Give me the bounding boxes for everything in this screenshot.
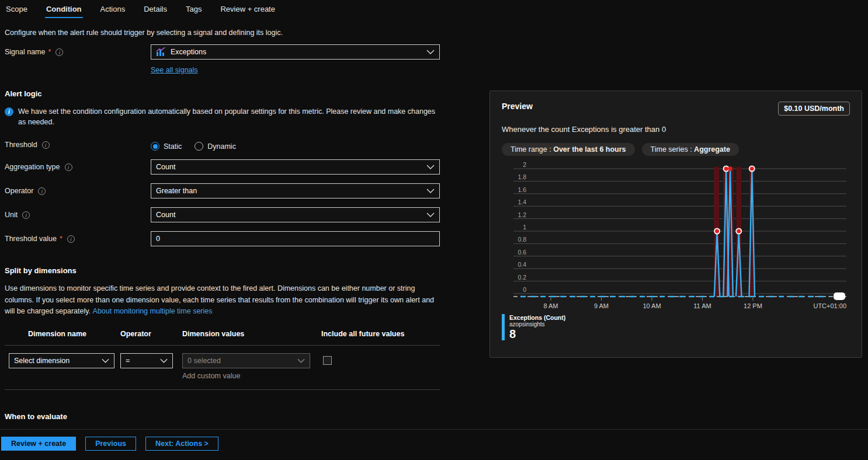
tab-condition[interactable]: Condition (45, 4, 83, 18)
metric-chart-svg: 21.81.61.41.210.80.60.40.208 AM9 AM10 AM… (502, 162, 851, 311)
footer-buttons: Review + create Previous Next: Actions > (1, 437, 218, 451)
alert-logic-heading: Alert logic (5, 89, 440, 98)
chart-chips: Time range : Over the last 6 hoursTime s… (502, 143, 850, 156)
operator-dropdown[interactable]: Greater than (151, 183, 440, 198)
y-tick-label: 1.4 (518, 198, 526, 205)
info-icon[interactable]: i (22, 211, 30, 219)
threshold-radio-static[interactable]: Static (151, 142, 182, 151)
column-header-dimension-values: Dimension values (182, 326, 321, 345)
preview-heading: Preview (502, 102, 533, 111)
y-tick-label: 1.8 (518, 173, 526, 180)
chevron-down-icon (426, 212, 435, 217)
unit-dropdown[interactable]: Count (151, 207, 440, 222)
split-by-dimensions-heading: Split by dimensions (5, 266, 440, 275)
threshold-radio-dynamic[interactable]: Dynamic (195, 142, 236, 151)
metric-signal-icon (156, 47, 166, 57)
radio-icon (195, 142, 203, 151)
aggregation-type-label: Aggregation type i (5, 159, 151, 171)
required-asterisk: * (60, 235, 63, 243)
radio-icon (151, 142, 159, 151)
chevron-down-icon (426, 189, 435, 193)
data-point-marker (728, 166, 732, 171)
previous-button[interactable]: Previous (85, 437, 136, 451)
radio-label: Dynamic (207, 142, 236, 151)
required-asterisk: * (48, 48, 51, 56)
info-icon[interactable]: i (42, 141, 50, 149)
aggregation-type-dropdown[interactable]: Count (151, 159, 440, 175)
chip-time-series-[interactable]: Time series : Aggregate (642, 143, 739, 156)
tab-actions[interactable]: Actions (99, 4, 127, 18)
legend-total-value: 8 (509, 327, 565, 340)
chevron-down-icon (160, 358, 168, 363)
tab-tags[interactable]: Tags (185, 4, 203, 18)
chevron-down-icon (426, 165, 435, 169)
chip-time-range-[interactable]: Time range : Over the last 6 hours (502, 143, 635, 156)
chevron-down-icon (297, 358, 305, 363)
x-tick-label: 10 AM (643, 302, 661, 309)
column-header-dimension-name: Dimension name (5, 326, 120, 345)
y-tick-label: 0.4 (518, 261, 526, 268)
dimension-operator-dropdown[interactable]: = (120, 353, 173, 368)
x-tick-label: 11 AM (693, 302, 711, 309)
signal-name-dropdown[interactable]: Exceptions (151, 44, 440, 60)
x-tick-label: 12 PM (744, 302, 762, 309)
dimension-table: Dimension nameOperatorDimension valuesIn… (5, 326, 440, 390)
condition-summary: Whenever the count Exceptions is greater… (502, 125, 850, 134)
time-scrub-handle[interactable] (834, 292, 845, 300)
tab-scope[interactable]: Scope (5, 4, 29, 18)
y-tick-label: 0.6 (518, 249, 526, 256)
condition-form: Signal name* i Exceptions (5, 44, 440, 421)
dimension-values-dropdown: 0 selected (182, 353, 310, 368)
see-all-signals-link[interactable]: See all signals (151, 66, 198, 74)
dimension-row: Select dimension = (5, 346, 440, 389)
y-tick-label: 0.8 (518, 236, 526, 243)
tab-details[interactable]: Details (143, 4, 168, 18)
timezone-label: UTC+01:00 (813, 302, 846, 309)
legend-series-name: Exceptions (Count) (509, 314, 565, 321)
review-create-button[interactable]: Review + create (1, 437, 76, 451)
divider (5, 389, 440, 390)
unit-label: Unit i (5, 207, 151, 219)
y-tick-label: 1.6 (518, 186, 526, 193)
signal-name-value: Exceptions (171, 48, 206, 56)
chevron-down-icon (102, 358, 109, 363)
tab-review-create[interactable]: Review + create (219, 4, 276, 18)
add-custom-value-label[interactable]: Add custom value (182, 372, 321, 380)
footer-divider (0, 429, 868, 430)
tab-strip: ScopeConditionActionsDetailsTagsReview +… (0, 0, 868, 18)
legend-color-bar (502, 314, 505, 340)
x-tick-label: 9 AM (594, 302, 609, 309)
next-actions-button[interactable]: Next: Actions > (145, 437, 218, 451)
threshold-label: Threshold i (5, 139, 151, 149)
data-point-marker (736, 229, 741, 234)
y-tick-label: 2 (523, 162, 526, 168)
info-icon[interactable]: i (55, 48, 63, 56)
dimension-table-header: Dimension nameOperatorDimension valuesIn… (5, 326, 440, 345)
info-note-text: We have set the condition configuration … (18, 106, 440, 127)
y-tick-label: 1.2 (518, 211, 526, 218)
signal-name-label: Signal name* i (5, 44, 151, 56)
page-description: Configure when the alert rule should tri… (0, 18, 868, 37)
data-point-marker (714, 229, 720, 234)
metric-chart: 21.81.61.41.210.80.60.40.208 AM9 AM10 AM… (502, 162, 850, 313)
info-icon[interactable]: i (67, 235, 75, 243)
threshold-value-input[interactable]: 0 (151, 231, 440, 246)
y-tick-label: 0 (523, 286, 526, 293)
radio-label: Static (164, 142, 182, 151)
info-icon[interactable]: i (65, 163, 72, 171)
dimension-name-dropdown[interactable]: Select dimension (9, 353, 114, 368)
y-tick-label: 0.2 (518, 274, 526, 281)
condition-page: ScopeConditionActionsDetailsTagsReview +… (0, 0, 868, 460)
data-point-marker (749, 166, 755, 172)
legend-resource-name: azopsinsights (509, 321, 565, 327)
threshold-radio-group: StaticDynamic (151, 139, 440, 151)
about-multiple-time-series-link[interactable]: About monitoring multiple time series (93, 306, 213, 317)
info-note: i We have set the condition configuratio… (5, 106, 440, 127)
split-description: Use dimensions to monitor specific time … (5, 283, 440, 317)
when-to-evaluate-heading: When to evaluate (5, 412, 440, 421)
include-future-values-checkbox[interactable] (323, 356, 332, 365)
chart-legend[interactable]: Exceptions (Count) azopsinsights 8 (502, 314, 850, 340)
operator-label: Operator i (5, 183, 151, 195)
info-icon[interactable]: i (38, 187, 46, 195)
y-tick-label: 1 (523, 224, 526, 231)
